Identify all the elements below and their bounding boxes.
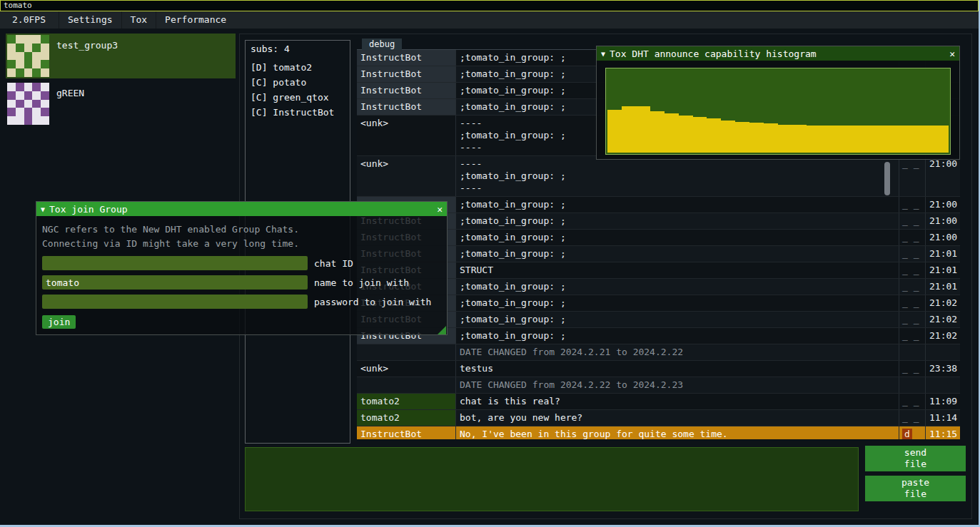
histogram-bar — [934, 126, 949, 153]
chat-flags: _ _ — [899, 328, 925, 344]
group-name: gREEN — [56, 88, 84, 125]
histogram-bar — [721, 121, 735, 153]
chat-row[interactable]: DATE CHANGED from 2024.2.22 to 2024.2.23 — [357, 377, 960, 394]
join-fields: chat IDname to join withpassword to join… — [42, 256, 441, 309]
chat-sender: InstructBot — [357, 50, 455, 66]
join-window-titlebar[interactable]: ▼ Tox join Group ✕ — [36, 202, 447, 216]
chat-message: chat is this real? — [455, 394, 899, 409]
hist-window-titlebar[interactable]: ▼ Tox DHT announce capability histogram … — [597, 46, 959, 61]
chat-sender — [357, 344, 455, 360]
app-window: tomato 2.0FPSSettingsToxPerformance test… — [0, 0, 980, 527]
menubar: 2.0FPSSettingsToxPerformance — [0, 11, 979, 29]
field-label: name to join with — [314, 277, 409, 288]
join-button[interactable]: join — [42, 315, 76, 329]
chat-id-input[interactable] — [42, 256, 308, 270]
chat-timestamp: 21:02 — [925, 328, 960, 344]
chat-message: ;tomato_in_group: ; — [455, 213, 899, 229]
chat-row[interactable]: <unk>testus_ _23:38 — [357, 361, 960, 377]
subs-header: subs: 4 — [246, 41, 350, 60]
chat-timestamp: 11:15 — [925, 426, 960, 439]
collapse-icon[interactable]: ▼ — [601, 50, 605, 58]
join-info-line: Connecting via ID might take a very long… — [42, 237, 441, 251]
tab-debug[interactable]: debug — [362, 39, 402, 50]
chat-timestamp — [925, 377, 960, 393]
histogram-bar — [735, 122, 749, 153]
join-name-input[interactable] — [42, 275, 308, 290]
resize-grip-icon[interactable] — [438, 326, 446, 334]
message-input[interactable] — [245, 447, 859, 511]
histogram-bar — [891, 126, 906, 153]
group-item-test-group3[interactable]: test_group3 — [6, 34, 236, 78]
subs-member-c-green-qtox[interactable]: [C] green_qtox — [246, 90, 350, 105]
chat-row[interactable]: <unk>---- ;tomato_in_group: ; ----_ _21:… — [357, 156, 960, 197]
group-item-green[interactable]: gREEN — [6, 81, 236, 126]
histogram-bar — [792, 125, 807, 153]
chat-flags: _ _ — [899, 156, 925, 196]
chat-timestamp: 21:00 — [925, 230, 960, 245]
histogram-plot — [605, 68, 951, 155]
chat-sender: <unk> — [357, 116, 455, 155]
chat-timestamp: 11:09 — [925, 394, 960, 409]
chat-message: ;tomato_in_group: ; — [455, 295, 899, 311]
histogram-bar — [764, 123, 778, 153]
subs-member-d-tomato2[interactable]: [D] tomato2 — [246, 60, 350, 75]
join-group-window: ▼ Tox join Group ✕ NGC refers to the New… — [36, 201, 448, 335]
chat-sender: <unk> — [357, 361, 455, 377]
chat-message: DATE CHANGED from 2024.2.22 to 2024.2.23 — [455, 377, 899, 393]
chat-timestamp: 23:38 — [925, 361, 960, 377]
chat-row[interactable]: DATE CHANGED from 2024.2.21 to 2024.2.22 — [357, 344, 960, 361]
chat-timestamp: 21:01 — [925, 262, 960, 278]
chat-timestamp: 21:01 — [925, 246, 960, 262]
chat-scrollbar[interactable] — [884, 162, 890, 195]
chat-message: STRUCT — [455, 262, 899, 278]
menu-item-tox[interactable]: Tox — [121, 11, 156, 29]
subs-member-c-potato[interactable]: [C] potato — [246, 75, 350, 90]
histogram-bar — [821, 126, 835, 153]
chat-flags: _ _ — [899, 410, 925, 426]
chat-flags: _ _ — [899, 262, 925, 278]
chat-message: ;tomato_in_group: ; — [455, 328, 899, 344]
chat-timestamp: 11:14 — [925, 410, 960, 426]
close-icon[interactable]: ✕ — [949, 48, 955, 59]
chat-sender: tomato2 — [357, 410, 455, 426]
menu-item-settings[interactable]: Settings — [59, 11, 121, 29]
chat-sender: InstructBot — [357, 99, 455, 115]
chat-row[interactable]: tomato2chat is this real?_ _11:09 — [357, 394, 960, 410]
histogram-bar — [749, 123, 764, 153]
chat-sender: <unk> — [357, 156, 455, 196]
histogram-bar — [693, 117, 707, 153]
histogram-bar — [864, 126, 878, 153]
field-label: password to join with — [314, 297, 431, 307]
chat-row[interactable]: tomato2bot, are you new here?_ _11:14 — [357, 410, 960, 426]
collapse-icon[interactable]: ▼ — [41, 205, 45, 213]
chat-timestamp: 21:02 — [925, 312, 960, 327]
histogram-bar — [707, 118, 721, 153]
chat-flags: _ _ — [899, 361, 925, 377]
histogram-bar — [679, 116, 693, 153]
chat-timestamp: 21:00 — [925, 197, 960, 213]
paste-file-button[interactable]: paste file — [865, 476, 966, 501]
chat-flags: d — [899, 426, 925, 439]
histogram-bars — [607, 70, 949, 153]
chat-timestamp: 21:02 — [925, 295, 960, 311]
join-window-title: Tox join Group — [49, 204, 433, 215]
menu-item-performance[interactable]: Performance — [156, 11, 235, 29]
chat-timestamp: 21:01 — [925, 279, 960, 295]
chat-message: ;tomato_in_group: ; — [455, 246, 899, 262]
chat-flags: _ _ — [899, 295, 925, 311]
chat-row[interactable]: InstructBotNo, I've been in this group f… — [357, 426, 960, 439]
group-avatar-icon — [7, 35, 49, 77]
subs-member-c-instructbot[interactable]: [C] InstructBot — [246, 105, 350, 120]
group-roster: test_group3gREEN — [6, 34, 236, 129]
chat-sender: InstructBot — [357, 83, 455, 98]
chat-timestamp: 21:00 — [925, 156, 960, 196]
chat-message: bot, are you new here? — [455, 410, 899, 426]
close-icon[interactable]: ✕ — [437, 204, 443, 215]
send-file-button[interactable]: send file — [865, 446, 966, 471]
histogram-bar — [835, 126, 849, 153]
delivered-flag: d — [902, 429, 912, 439]
chat-message: testus — [455, 361, 899, 377]
chat-flags: _ _ — [899, 213, 925, 229]
join-password-input[interactable] — [42, 295, 308, 309]
join-window-body: NGC refers to the New DHT enabled Group … — [36, 216, 447, 335]
